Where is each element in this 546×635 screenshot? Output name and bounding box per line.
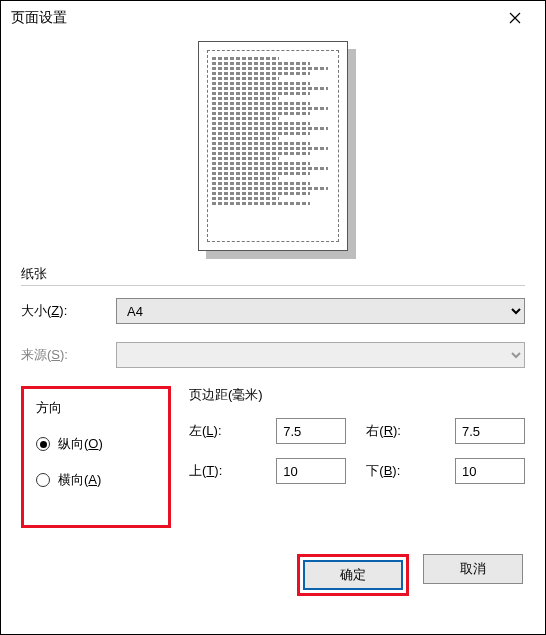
ok-button-highlight: 确定 [297, 554, 409, 596]
cancel-button[interactable]: 取消 [423, 554, 523, 584]
margins-group-label: 页边距(毫米) [189, 386, 525, 404]
orientation-group: 方向 纵向(O) 横向(A) [21, 386, 171, 528]
radio-icon [36, 473, 50, 487]
margin-left-label: 左(L): [189, 422, 256, 440]
close-icon [509, 12, 521, 24]
paper-size-label: 大小(Z): [21, 302, 116, 320]
orientation-portrait-label: 纵向(O) [58, 435, 103, 453]
orientation-portrait-radio[interactable]: 纵向(O) [36, 435, 156, 453]
orientation-landscape-label: 横向(A) [58, 471, 101, 489]
paper-source-label: 来源(S): [21, 346, 116, 364]
margin-bottom-input[interactable] [455, 458, 525, 484]
margin-top-label: 上(T): [189, 462, 256, 480]
orientation-landscape-radio[interactable]: 横向(A) [36, 471, 156, 489]
orientation-group-label: 方向 [36, 399, 156, 417]
margin-top-input[interactable] [276, 458, 346, 484]
paper-group-label: 纸张 [21, 265, 525, 283]
ok-button[interactable]: 确定 [303, 560, 403, 590]
page-preview [21, 41, 525, 251]
paper-source-select [116, 342, 525, 368]
paper-group: 纸张 大小(Z): A4 来源(S): [21, 265, 525, 368]
dialog-title: 页面设置 [11, 9, 495, 27]
margins-group: 页边距(毫米) 左(L): 右(R): 上(T): 下(B): [189, 386, 525, 528]
close-button[interactable] [495, 3, 535, 33]
titlebar: 页面设置 [1, 1, 545, 35]
radio-icon [36, 437, 50, 451]
margin-bottom-label: 下(B): [366, 462, 435, 480]
page-setup-dialog: 页面设置 [0, 0, 546, 635]
paper-size-select[interactable]: A4 [116, 298, 525, 324]
margin-right-input[interactable] [455, 418, 525, 444]
margin-right-label: 右(R): [366, 422, 435, 440]
margin-left-input[interactable] [276, 418, 346, 444]
